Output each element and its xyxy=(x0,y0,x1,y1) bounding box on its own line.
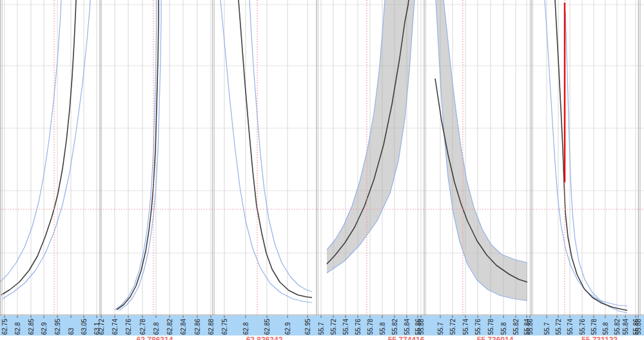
x-tick-label: 55.78 xyxy=(367,319,374,335)
confidence-band xyxy=(436,0,527,301)
x-tick-label: 55.82 xyxy=(614,319,621,335)
x-tick-label: 55.84 xyxy=(404,319,411,335)
x-tick-label: 55.8 xyxy=(379,322,386,335)
x-tick-label: 62.84 xyxy=(180,319,187,335)
plot-area: 62.7562.862.8562.962.956363.0563.162.726… xyxy=(0,0,644,340)
x-tick-label: 55.82 xyxy=(512,319,520,335)
fit-value-label: 55.736014 xyxy=(477,335,514,340)
x-tick-label: 55.74 xyxy=(567,319,574,335)
x-tick-label: 62.8 xyxy=(14,322,21,335)
x-tick-label: 62.82 xyxy=(166,319,173,335)
x-tick-label: 62.8 xyxy=(153,322,160,335)
fit-value-label: 62.826342 xyxy=(246,335,283,340)
ci-upper-curve xyxy=(115,0,157,310)
x-tick-label: 55.78 xyxy=(487,319,494,335)
x-tick-label: 55.7 xyxy=(437,322,444,335)
x-tick-label: 55.76 xyxy=(355,319,362,335)
x-tick-label: 62.9 xyxy=(284,322,291,335)
x-tick-label: 63 xyxy=(68,327,75,335)
x-tick-label: 55.88 xyxy=(635,319,642,335)
x-tick-label: 62.75 xyxy=(221,319,228,335)
x-tick-label: 55.84 xyxy=(622,319,629,335)
x-tick-label: 55.8 xyxy=(500,322,507,335)
x-tick-label: 62.9 xyxy=(41,322,48,335)
x-tick-label: 63.05 xyxy=(81,319,88,335)
x-tick-label: 62.78 xyxy=(139,319,146,335)
x-tick-label: 62.75 xyxy=(1,319,8,335)
x-tick-label: 62.95 xyxy=(54,319,61,335)
x-tick-label: 55.82 xyxy=(391,319,398,335)
x-tick-label: 55.8 xyxy=(602,322,609,335)
fit-value-label: 55.774416 xyxy=(388,335,425,340)
ci-lower-curve xyxy=(3,0,90,299)
fit-value-label: 55.731122 xyxy=(581,335,618,340)
x-tick-label: 55.72 xyxy=(330,319,337,335)
x-tick-label: 55.7 xyxy=(318,322,325,335)
x-tick-label: 55.74 xyxy=(462,319,469,335)
x-tick-label: 55.78 xyxy=(590,319,598,335)
x-tick-label: 62.72 xyxy=(98,319,105,335)
fit-value-label: 62.786314 xyxy=(137,335,173,340)
x-tick-label: 55.76 xyxy=(474,319,482,335)
x-tick-label: 62.76 xyxy=(125,319,132,335)
x-tick-label: 62.95 xyxy=(304,319,311,335)
x-tick-label: 55.76 xyxy=(579,319,586,335)
ci-lower-curve xyxy=(249,0,312,292)
melting-curve-analysis-view: 62.7562.862.8562.962.956363.0563.162.726… xyxy=(0,0,644,340)
x-tick-label: 55.88 xyxy=(418,319,425,335)
ci-upper-curve xyxy=(220,0,312,303)
fit-curve xyxy=(117,0,159,310)
x-tick-label: 62.86 xyxy=(194,319,201,335)
fit-curve xyxy=(555,0,627,310)
x-tick-label: 62.8 xyxy=(242,322,249,335)
x-tick-label: 55.72 xyxy=(555,319,562,335)
x-tick-label: 55.72 xyxy=(449,319,456,335)
x-tick-label: 62.85 xyxy=(28,319,35,335)
x-tick-label: 62.74 xyxy=(112,319,119,335)
x-tick-label: 55.7 xyxy=(543,322,551,335)
fit-curve xyxy=(1,0,76,295)
x-tick-label: 55.86 xyxy=(527,319,534,335)
x-tick-label: 55.74 xyxy=(342,319,349,335)
x-tick-label: 62.85 xyxy=(264,319,271,335)
x-tick-label: 62.88 xyxy=(208,319,215,335)
